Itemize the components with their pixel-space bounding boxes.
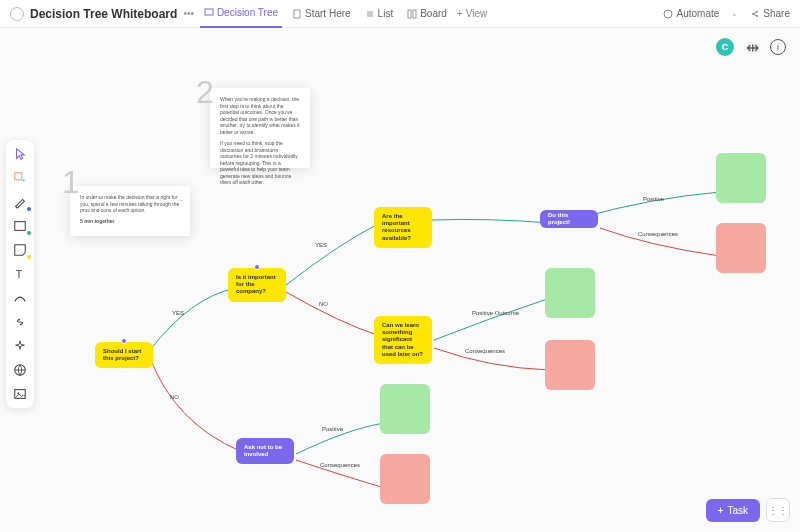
svg-line-11 — [753, 12, 757, 14]
automate-button[interactable]: Automate — [663, 8, 720, 19]
card-outcome-green[interactable] — [716, 153, 766, 203]
app-logo-icon — [10, 7, 24, 21]
note-number: 2 — [196, 72, 214, 114]
share-label: Share — [763, 8, 790, 19]
card-ask-not-involved[interactable]: Ask not to be involved — [236, 438, 294, 464]
page-title: Decision Tree Whiteboard — [30, 7, 177, 21]
card-important-company[interactable]: Is it important for the company? — [228, 268, 286, 302]
edge-label-yes: YES — [172, 310, 184, 316]
note-body-1: When you're making a decision, the first… — [220, 96, 300, 135]
pen-tool[interactable] — [12, 194, 28, 210]
topbar-left: Decision Tree Whiteboard ••• Decision Tr… — [10, 0, 655, 28]
note-1[interactable]: 1 → In order to make the decision that i… — [70, 186, 190, 236]
add-view-button[interactable]: + View — [457, 8, 487, 19]
tab-decision-tree[interactable]: Decision Tree — [200, 0, 282, 28]
edge-label-no: NO — [319, 301, 328, 307]
card-outcome-red[interactable] — [545, 340, 595, 390]
list-icon — [365, 9, 375, 19]
note-body-2: If you need to think, stop the discussio… — [220, 140, 300, 186]
note-number: 1 — [62, 162, 80, 204]
doc-icon — [292, 9, 302, 19]
node-handle[interactable] — [254, 264, 260, 270]
tab-label: Decision Tree — [217, 7, 278, 18]
svg-rect-15 — [15, 222, 26, 231]
svg-rect-6 — [413, 10, 416, 18]
share-button[interactable]: Share — [750, 8, 790, 19]
card-text: Should I start this project? — [103, 348, 145, 362]
edge-label-yes: YES — [315, 242, 327, 248]
svg-rect-5 — [408, 10, 411, 18]
connector-tool[interactable] — [12, 290, 28, 306]
card-start-project[interactable]: Should I start this project? — [95, 342, 153, 368]
ai-tool[interactable] — [12, 338, 28, 354]
new-task-button[interactable]: + Task — [706, 499, 760, 522]
tab-board[interactable]: Board — [403, 0, 451, 28]
plus-icon: + — [457, 8, 463, 19]
note-footer: 5 min together — [80, 218, 180, 225]
edge-label-consequences: Consequences — [638, 231, 678, 237]
task-label: Task — [727, 505, 748, 516]
note-body: In order to make the decision that is ri… — [80, 194, 180, 214]
card-outcome-green[interactable] — [380, 384, 430, 434]
bottom-right-controls: + Task ⋮⋮ — [706, 498, 790, 522]
card-outcome-red[interactable] — [716, 223, 766, 273]
card-text: Do this project! — [548, 212, 590, 226]
tab-list[interactable]: List — [361, 0, 398, 28]
image-tool[interactable] — [12, 386, 28, 402]
note-2[interactable]: 2 When you're making a decision, the fir… — [210, 88, 310, 168]
svg-rect-13 — [15, 173, 22, 180]
edge-label-consequences: Consequences — [320, 462, 360, 468]
card-outcome-red[interactable] — [380, 454, 430, 504]
automate-icon — [663, 9, 673, 19]
svg-line-12 — [753, 14, 757, 16]
view-label: View — [466, 8, 488, 19]
tab-label: Start Here — [305, 8, 351, 19]
rect-tool[interactable] — [12, 218, 28, 234]
shape-add-tool[interactable]: + — [12, 170, 28, 186]
svg-point-7 — [664, 10, 672, 18]
edge-label-positive: Positive — [643, 196, 664, 202]
tab-start-here[interactable]: Start Here — [288, 0, 355, 28]
node-handle[interactable] — [121, 338, 127, 344]
card-learn-significant[interactable]: Can we learn something significant that … — [374, 316, 432, 364]
svg-text:+: + — [22, 177, 26, 184]
apps-grid-button[interactable]: ⋮⋮ — [766, 498, 790, 522]
chevron-down-icon[interactable]: ⌄ — [731, 9, 738, 18]
plus-icon: + — [718, 505, 724, 516]
edge-label-positive-outcome: Positive Outcome — [472, 310, 519, 316]
edge-label-positive: Positive — [322, 426, 343, 432]
svg-rect-0 — [205, 9, 213, 15]
edge-label-consequences: Consequences — [465, 348, 505, 354]
card-resources-available[interactable]: Are the important resources available? — [374, 207, 432, 248]
more-options-icon[interactable]: ••• — [183, 8, 194, 19]
text-tool[interactable]: T — [12, 266, 28, 282]
card-text: Is it important for the company? — [236, 274, 278, 296]
card-text: Are the important resources available? — [382, 213, 424, 242]
board-icon — [407, 9, 417, 19]
top-bar: Decision Tree Whiteboard ••• Decision Tr… — [0, 0, 800, 28]
link-tool[interactable] — [12, 314, 28, 330]
card-do-project[interactable]: Do this project! — [540, 210, 598, 228]
svg-rect-1 — [294, 10, 300, 18]
cursor-tool[interactable] — [12, 146, 28, 162]
card-text: Ask not to be involved — [244, 444, 286, 458]
automate-label: Automate — [677, 8, 720, 19]
tab-label: Board — [420, 8, 447, 19]
whiteboard-canvas[interactable]: 1 → In order to make the decision that i… — [40, 28, 800, 532]
tab-label: List — [378, 8, 394, 19]
tool-sidebar: + T — [6, 140, 34, 408]
whiteboard-icon — [204, 8, 214, 18]
edge-label-no: NO — [170, 394, 179, 400]
sticky-tool[interactable] — [12, 242, 28, 258]
topbar-right: Automate ⌄ Share — [663, 8, 791, 19]
card-text: Can we learn something significant that … — [382, 322, 424, 358]
arrow-right-icon: → — [176, 196, 184, 206]
card-outcome-green[interactable] — [545, 268, 595, 318]
web-tool[interactable] — [12, 362, 28, 378]
share-icon — [750, 9, 760, 19]
svg-text:T: T — [16, 268, 23, 280]
